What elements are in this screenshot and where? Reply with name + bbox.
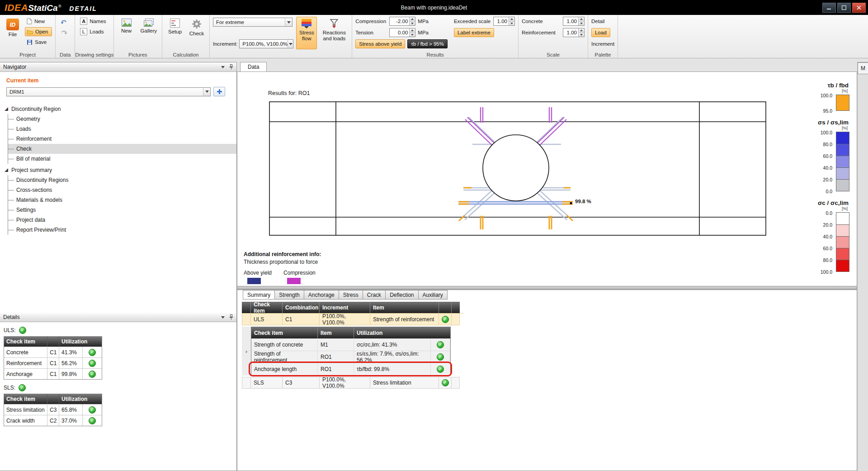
right-dock-tab-m[interactable]: M [858,62,868,74]
spinner-up-icon[interactable] [509,17,514,22]
stress-above-yield-button[interactable]: Stress above yield [355,39,405,48]
scale-tick-label: 95.0 [823,108,832,114]
current-item-label: Current item [6,77,236,84]
tab-deflection[interactable]: Deflection [386,290,418,300]
picture-new-button[interactable]: New [117,17,136,49]
splitter-handle[interactable] [237,286,857,290]
spinner-down-icon[interactable] [509,22,514,26]
combo-arrow-icon [285,18,292,26]
increment-combo[interactable]: P100.0%, V100.0% [239,39,293,48]
names-button[interactable]: Names [78,17,110,26]
reactions-button[interactable]: Reactions and loads [320,17,349,49]
undo-button[interactable] [59,17,71,26]
concrete-scale-input[interactable]: 1.00 [563,17,585,26]
tree-item-project-data[interactable]: Project data [8,215,236,225]
logo-registered-mark: ® [58,4,61,9]
maximize-button[interactable] [837,3,851,13]
tree-item-geometry[interactable]: Geometry [8,114,236,124]
spinner-down-icon[interactable] [410,22,415,26]
gallery-label: Gallery [141,28,157,34]
tension-input[interactable]: 0.00 [389,28,415,37]
loads-button[interactable]: Loads [78,27,110,36]
tree-item-settings[interactable]: Settings [8,205,236,215]
tab-strength[interactable]: Strength [275,290,304,300]
exceeded-scale-input[interactable]: 1.00 [493,17,515,26]
tab-label: Summary [247,292,270,298]
setup-button[interactable]: Setup [165,17,184,49]
check-button[interactable]: Check [187,17,206,49]
status-cell [431,351,450,363]
tree-item-reinforcement[interactable]: Reinforcement [8,134,236,144]
extreme-combo[interactable]: For extreme [213,18,292,27]
tab-anchorage[interactable]: Anchorage [304,290,339,300]
close-button[interactable] [852,3,866,13]
row-expander-icon[interactable] [242,327,251,376]
palette-detail[interactable]: Detail [591,17,614,26]
tree-item-cross-sections[interactable]: Cross-sections [8,185,236,195]
drawing-canvas[interactable]: Results for: RO1 [237,71,857,471]
tree-item-materials-models[interactable]: Materials & models [8,195,236,205]
tree-expander-icon[interactable] [5,168,8,172]
table-row[interactable]: Strength of concrete M1 σc/σc,lim: 41.3% [251,338,450,351]
table-row[interactable]: Strength of reinforcement RO1 εs/εs,lim:… [251,351,450,363]
check-ok-icon [19,327,26,334]
check-item-cell: Reinforcement [4,357,47,368]
tab-data[interactable]: Data [240,62,267,71]
tree-item-discontinuity-region[interactable]: Discontinuity Region [0,104,236,114]
redo-button[interactable] [59,27,71,36]
chevron-down-icon[interactable] [221,66,225,68]
tree-expander-icon[interactable] [5,107,8,111]
file-button[interactable]: ID File [3,17,22,49]
spinner-down-icon[interactable] [410,33,415,37]
reactions-label: Reactions and loads [320,30,348,42]
spinner-down-icon[interactable] [579,33,584,37]
add-region-button[interactable] [213,87,225,96]
check-item-cell: Anchorage length [251,363,318,375]
tab-crack[interactable]: Crack [363,290,386,300]
tab-auxiliary[interactable]: Auxiliary [419,290,448,300]
details-header: Details [0,313,236,322]
check-ok-icon [437,366,444,373]
compression-input[interactable]: -2.00 [389,17,415,26]
gallery-button[interactable]: Gallery [139,17,159,49]
tree-item-bill-of-material[interactable]: Bill of material [8,154,236,164]
pin-icon[interactable] [229,64,233,70]
tab-stress[interactable]: Stress [339,290,363,300]
new-button[interactable]: New [25,17,52,26]
save-icon [27,39,33,45]
status-cell [83,357,102,368]
spinner-up-icon[interactable] [410,29,415,33]
tab-summary[interactable]: Summary [243,290,275,300]
table-row-sls[interactable]: SLS C3 P100.0%, V100.0% Stress limitatio… [242,377,463,389]
group-label-scale: Scale [519,52,588,57]
table-row-uls[interactable]: ULS C1 P100.0%, V100.0% Strength of rein… [242,313,463,325]
spinner-down-icon[interactable] [579,22,584,26]
tree-item-label: Settings [16,207,36,213]
label-extreme-button[interactable]: Label extreme [454,28,494,37]
spinner-up-icon[interactable] [579,17,584,22]
stress-flow-button[interactable]: Stress flow [296,17,317,49]
tree-item-report-preview-print[interactable]: Report Preview/Print [8,225,236,235]
spinner-up-icon[interactable] [579,29,584,33]
palette-load-button[interactable]: Load [591,28,610,37]
tree-item-check[interactable]: Check [8,144,236,154]
utilization-cell: σc/σc,lim: 41.3% [354,338,431,351]
tree-item-discontinuity-regions[interactable]: Discontinuity Regions [8,175,236,185]
spinner-up-icon[interactable] [410,17,415,22]
tree-item-project-summary[interactable]: Project summary [0,165,236,175]
save-button-label: Save [35,39,47,45]
uls-details-table: Check item Utilization Concrete C1 41.3%… [4,336,102,380]
tree-item-loads[interactable]: Loads [8,124,236,134]
compression-unit: MPa [418,19,429,24]
save-button[interactable]: Save [25,38,52,47]
current-item-combo[interactable]: DRM1 [6,87,211,96]
reinforcement-scale-input[interactable]: 1.00 [563,28,585,37]
table-row-anchorage-highlighted[interactable]: Anchorage length RO1 τb/fbd: 99.8% [251,363,450,375]
tb-fbd-95-button[interactable]: τb / fbd > 95% [407,39,448,48]
scale-tick-label: 0.0 [826,210,832,216]
minimize-button[interactable] [822,3,836,13]
open-button[interactable]: Open [25,27,52,36]
chevron-down-icon[interactable] [221,316,225,319]
pin-icon[interactable] [229,314,233,320]
palette-increment[interactable]: Increment [591,39,614,48]
